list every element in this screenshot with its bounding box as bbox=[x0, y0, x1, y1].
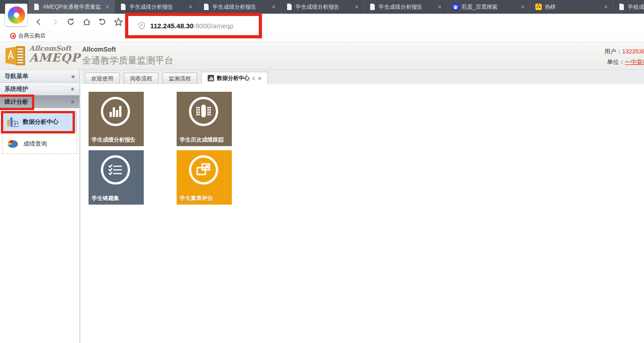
document-icon bbox=[120, 4, 126, 10]
sidebar-section-statistics[interactable]: 统计分析 « bbox=[0, 95, 79, 108]
url-path: :8000/ameqp bbox=[194, 22, 234, 30]
tab-close-icon[interactable]: × bbox=[353, 4, 360, 10]
section-label: 统计分析 bbox=[5, 98, 28, 106]
workspace-tab-monitor-flow[interactable]: 监测流程 bbox=[162, 73, 197, 84]
workspace-tab-grading-flow[interactable]: 阅卷流程 bbox=[124, 73, 158, 84]
tab-title: 热榜 bbox=[545, 3, 600, 11]
main-content: 欢迎使用 阅卷流程 监测流程 数据分析中心 c × 学生成绩分析报告 bbox=[81, 70, 644, 343]
user-label: 用户： bbox=[604, 48, 622, 55]
tab-title: AMEQP全通教学质量监 bbox=[43, 3, 101, 11]
browser-tab-strip: AMEQP全通教学质量监 × 学生成绩分析报告 × 学生成绩分析报告 × 学生成… bbox=[0, 0, 644, 14]
tab-title: 学生成绩分析报告 bbox=[130, 3, 184, 11]
ameqp-logo-icon bbox=[5, 45, 26, 68]
url-text: 112.245.48.30:8000/ameqp bbox=[150, 22, 234, 30]
tab-refresh-icon[interactable]: c bbox=[252, 75, 255, 81]
export-icon bbox=[189, 155, 218, 185]
workspace-tab-label: 欢迎使用 bbox=[91, 75, 113, 83]
tile-score-tracking[interactable]: 学生历次成绩跟踪 bbox=[177, 92, 232, 146]
app-name-zh: 全通教学质量监测平台 bbox=[82, 54, 173, 67]
document-icon bbox=[369, 4, 376, 10]
url-host: 112.245.48.30 bbox=[150, 22, 194, 30]
workspace-tab-label: 监测流程 bbox=[169, 75, 191, 83]
bar-chart-icon bbox=[6, 116, 19, 128]
sidebar-item-label: 成绩查询 bbox=[23, 140, 47, 148]
tab-title: 学生成绩分析报告 bbox=[379, 3, 434, 11]
tile-label: 学生素质评估 bbox=[180, 195, 213, 202]
user-value: 13235380 bbox=[622, 48, 644, 55]
tab-close-icon[interactable]: × bbox=[602, 4, 609, 10]
app-title-block: AllcomSoft 全通教学质量监测平台 bbox=[82, 46, 173, 67]
document-icon bbox=[33, 4, 40, 10]
sidebar-item-score-query[interactable]: 成绩查询 bbox=[2, 133, 77, 154]
browser-tab[interactable]: 学生成绩分析报告 × bbox=[364, 0, 447, 14]
tile-label: 学生错题集 bbox=[92, 195, 119, 202]
sidebar-title[interactable]: 导航菜单 « bbox=[0, 70, 79, 83]
bar-chart-icon bbox=[101, 97, 130, 126]
tab-close-icon[interactable]: × bbox=[104, 4, 110, 10]
bookmark-star-icon[interactable] bbox=[112, 16, 124, 28]
workspace-tab-label: 数据分析中心 bbox=[217, 74, 250, 82]
tile-mistake-collection[interactable]: 学生错题集 bbox=[89, 150, 144, 205]
undo-icon[interactable] bbox=[96, 16, 108, 28]
browser-toolbar bbox=[0, 14, 644, 30]
tab-close-icon[interactable]: × bbox=[519, 4, 526, 10]
score-tracking-icon bbox=[189, 97, 218, 126]
browser-tab[interactable]: 热榜 × bbox=[530, 0, 613, 14]
checklist-icon bbox=[101, 155, 130, 185]
tab-title: 煎蛋_百度搜索 bbox=[462, 3, 517, 11]
tab-close-icon[interactable]: × bbox=[258, 75, 262, 82]
user-info: 用户：13235380 单位：一中新校 bbox=[604, 46, 644, 67]
workspace-tab-data-analysis[interactable]: 数据分析中心 c × bbox=[201, 72, 268, 84]
tab-title: 学校成 bbox=[628, 3, 644, 11]
sidebar: 导航菜单 « 系统维护 » 统计分析 « 数据分析中心 bbox=[0, 70, 80, 343]
browser-logo[interactable] bbox=[5, 4, 27, 26]
tab-close-icon[interactable]: × bbox=[187, 4, 194, 10]
collapse-sidebar-icon[interactable]: « bbox=[71, 73, 75, 80]
logo-brand-text: AMEQP bbox=[29, 53, 80, 63]
browser-pinwheel-icon bbox=[8, 6, 25, 24]
app-name-en: AllcomSoft bbox=[82, 46, 173, 53]
home-icon[interactable] bbox=[81, 16, 93, 28]
browser-tab[interactable]: 学生成绩分析报告 × bbox=[115, 0, 198, 14]
tile-label: 学生成绩分析报告 bbox=[92, 136, 136, 144]
bookmark-label: 合商云购后 bbox=[18, 32, 46, 40]
browser-tab[interactable]: 煎蛋_百度搜索 × bbox=[447, 0, 530, 14]
sidebar-item-label: 数据分析中心 bbox=[23, 118, 58, 126]
security-shield-icon bbox=[138, 21, 146, 30]
app-header: AllcomSoft AMEQP AllcomSoft 全通教学质量监测平台 用… bbox=[0, 42, 644, 70]
tab-close-icon[interactable]: × bbox=[436, 4, 443, 10]
section-label: 系统维护 bbox=[5, 85, 28, 93]
sidebar-item-data-analysis-center[interactable]: 数据分析中心 bbox=[2, 111, 77, 132]
baidu-paw-icon bbox=[452, 4, 459, 10]
bookmark-item[interactable]: 合商云购后 bbox=[10, 32, 46, 40]
logo-wordmark: AllcomSoft AMEQP bbox=[29, 44, 80, 63]
tab-title: 学生成绩分析报告 bbox=[296, 3, 351, 11]
bookmark-site-icon bbox=[10, 33, 16, 39]
browser-tab[interactable]: 学生成绩分析报告 × bbox=[198, 0, 281, 14]
tile-label: 学生历次成绩跟踪 bbox=[180, 136, 224, 144]
org-label: 单位： bbox=[607, 58, 625, 65]
chevron-up-icon: « bbox=[69, 100, 77, 104]
bookmarks-bar: 合商云购后 bbox=[0, 30, 644, 42]
chevron-down-icon: » bbox=[69, 87, 77, 91]
refresh-icon[interactable] bbox=[65, 16, 77, 28]
back-icon[interactable] bbox=[33, 16, 45, 28]
chick-icon bbox=[535, 4, 542, 10]
browser-tab[interactable]: 学校成 bbox=[613, 0, 644, 14]
document-icon bbox=[203, 4, 209, 10]
bar-chart-tab-icon bbox=[208, 75, 214, 81]
forward-icon[interactable] bbox=[49, 16, 61, 28]
tile-student-score-report[interactable]: 学生成绩分析报告 bbox=[89, 92, 144, 146]
pie-chart-icon bbox=[6, 139, 19, 149]
tile-quality-assessment[interactable]: 学生素质评估 bbox=[177, 150, 232, 205]
browser-tab[interactable]: AMEQP全通教学质量监 × bbox=[28, 0, 115, 14]
address-bar[interactable]: 112.245.48.30:8000/ameqp bbox=[130, 16, 258, 35]
sidebar-section-system[interactable]: 系统维护 » bbox=[0, 83, 79, 95]
tab-title: 学生成绩分析报告 bbox=[213, 3, 267, 11]
workspace-tab-welcome[interactable]: 欢迎使用 bbox=[85, 73, 120, 84]
org-value[interactable]: 一中新校 bbox=[625, 58, 644, 65]
browser-tab[interactable]: 学生成绩分析报告 × bbox=[281, 0, 364, 14]
tab-close-icon[interactable]: × bbox=[270, 4, 277, 10]
document-icon bbox=[286, 4, 293, 10]
sidebar-title-label: 导航菜单 bbox=[5, 72, 28, 80]
